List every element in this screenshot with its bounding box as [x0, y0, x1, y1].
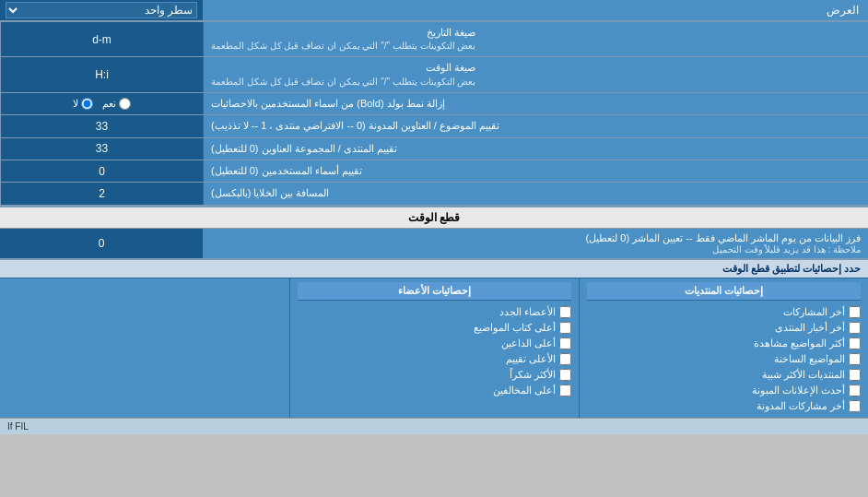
time-slice-note: ملاحظة : هذا قد يزيد قليلاً وقت التحميل: [210, 244, 861, 254]
bold-option-yes[interactable]: نعم: [102, 98, 131, 110]
users-order-input[interactable]: 0: [6, 165, 197, 178]
cb-m5[interactable]: [559, 369, 571, 381]
topics-order-label: تقييم الموضوع / العناوين المدونة (0 -- ا…: [203, 115, 868, 136]
date-format-input[interactable]: d-m: [6, 33, 197, 46]
users-order-row: تقييم أسماء المستخدمين (0 للتعطيل) 0: [0, 160, 868, 183]
cb-item-4: المواضيع الساخنة: [587, 351, 861, 367]
bold-yes-label: نعم: [102, 98, 116, 110]
display-select-area: سطر واحد سطرين ثلاثة أسطر: [0, 0, 203, 20]
cb-4[interactable]: [849, 353, 861, 365]
cb-item-m3: أعلى الداعين: [298, 336, 571, 351]
cb-6[interactable]: [849, 385, 861, 396]
forum-order-input[interactable]: 33: [6, 142, 197, 155]
limit-label: حدد إحصائيات لتطبيق قطع الوقت: [722, 263, 861, 275]
time-format-note: بعض التكوينات يتطلب "/" التي يمكن ان تضا…: [211, 76, 475, 89]
cb-members-header: إحصائيات الأعضاء: [298, 282, 571, 301]
bold-remove-row: إزالة نمط بولد (Bold) من اسماء المستخدمي…: [0, 93, 868, 115]
date-format-title: صيغة التاريخ: [211, 26, 475, 40]
topics-order-row: تقييم الموضوع / العناوين المدونة (0 -- ا…: [0, 115, 868, 137]
cb-col-forums: إحصائيات المنتديات أخر المشاركات أخر أخب…: [579, 278, 868, 418]
time-slice-title: فرز البيانات من يوم الماشر الماضي فقط --…: [210, 232, 861, 244]
topics-order-input[interactable]: 33: [6, 120, 197, 133]
users-order-label: تقييم أسماء المستخدمين (0 للتعطيل): [203, 160, 868, 182]
date-format-note: بعض التكوينات يتطلب "/" التي يمكن ان تضا…: [211, 40, 475, 53]
time-slice-label: فرز البيانات من يوم الماشر الماضي فقط --…: [203, 229, 868, 258]
time-slice-input-area: 0: [0, 229, 203, 258]
limit-bar: حدد إحصائيات لتطبيق قطع الوقت: [0, 259, 868, 278]
date-format-label: صيغة التاريخ بعض التكوينات يتطلب "/" الت…: [203, 22, 868, 56]
cb-m6[interactable]: [559, 385, 571, 396]
time-format-title: صيغة الوقت: [211, 61, 475, 75]
date-format-input-area: d-m: [0, 22, 203, 56]
cb-item-7: أخر مشاركات المدونة: [587, 398, 861, 414]
cb-m4[interactable]: [559, 353, 571, 365]
forum-order-input-area: 33: [0, 138, 203, 160]
cb-columns: إحصائيات المنتديات أخر المشاركات أخر أخب…: [0, 278, 868, 418]
space-between-label: المسافة بين الخلايا (بالبكسل): [203, 183, 868, 204]
bold-remove-options: نعم لا: [0, 93, 203, 114]
time-format-row: صيغة الوقت بعض التكوينات يتطلب "/" التي …: [0, 57, 868, 92]
date-format-row: صيغة التاريخ بعض التكوينات يتطلب "/" الت…: [0, 22, 868, 57]
footer: If FIL: [0, 418, 868, 434]
cb-3[interactable]: [849, 337, 861, 349]
time-slice-section-title: قطع الوقت: [0, 206, 868, 229]
cb-item-m6: أعلى المخالفين: [298, 383, 571, 398]
cb-col-empty: [0, 278, 289, 418]
space-between-input-area: 2: [0, 183, 203, 204]
bold-option-no[interactable]: لا: [73, 98, 93, 110]
cb-5[interactable]: [849, 369, 861, 381]
bold-no-label: لا: [73, 98, 78, 110]
cb-7[interactable]: [849, 400, 861, 412]
cb-item-3: أكثر المواضيع مشاهدة: [587, 336, 861, 351]
display-row: العرض سطر واحد سطرين ثلاثة أسطر: [0, 0, 868, 22]
cb-m3[interactable]: [559, 337, 571, 349]
display-label: العرض: [203, 0, 868, 20]
cb-col-members: إحصائيات الأعضاء الأعضاء الجدد أعلى كتاب…: [289, 278, 579, 418]
cb-m2[interactable]: [559, 322, 571, 334]
cb-2[interactable]: [849, 322, 861, 334]
time-format-label: صيغة الوقت بعض التكوينات يتطلب "/" التي …: [203, 57, 868, 91]
checkboxes-section: إحصائيات المنتديات أخر المشاركات أخر أخب…: [0, 278, 868, 418]
cb-item-m2: أعلى كتاب المواضيع: [298, 320, 571, 336]
cb-item-5: المنتديات الأكثر شبية: [587, 367, 861, 383]
bold-remove-label: إزالة نمط بولد (Bold) من اسماء المستخدمي…: [203, 93, 868, 114]
cb-forums-header: إحصائيات المنتديات: [587, 282, 861, 301]
cb-item-m1: الأعضاء الجدد: [298, 304, 571, 320]
topics-order-input-area: 33: [0, 115, 203, 136]
time-format-input[interactable]: H:i: [6, 68, 197, 81]
bold-radio-no[interactable]: [81, 98, 93, 110]
users-order-input-area: 0: [0, 160, 203, 182]
main-container: العرض سطر واحد سطرين ثلاثة أسطر صيغة الت…: [0, 0, 868, 434]
cb-item-2: أخر أخبار المنتدى: [587, 320, 861, 336]
cb-m1[interactable]: [559, 306, 571, 318]
bold-radio-yes[interactable]: [119, 98, 131, 110]
time-format-input-area: H:i: [0, 57, 203, 91]
forum-order-label: تقييم المنتدى / المجموعة العناوين (0 للت…: [203, 138, 868, 160]
time-slice-input[interactable]: 0: [6, 237, 197, 250]
cb-item-6: أحدث الإعلانات المبونة: [587, 383, 861, 398]
space-between-input[interactable]: 2: [6, 187, 197, 200]
cb-item-m5: الأكثر شكراً: [298, 367, 571, 383]
forum-order-row: تقييم المنتدى / المجموعة العناوين (0 للت…: [0, 138, 868, 160]
time-slice-row: فرز البيانات من يوم الماشر الماضي فقط --…: [0, 229, 868, 259]
cb-item-1: أخر المشاركات: [587, 304, 861, 320]
cb-item-m4: الأعلى تقييم: [298, 351, 571, 367]
space-between-row: المسافة بين الخلايا (بالبكسل) 2: [0, 183, 868, 205]
cb-1[interactable]: [849, 306, 861, 318]
footer-text: If FIL: [7, 421, 29, 432]
display-select[interactable]: سطر واحد سطرين ثلاثة أسطر: [6, 2, 197, 18]
bold-radio-group: نعم لا: [65, 96, 138, 112]
